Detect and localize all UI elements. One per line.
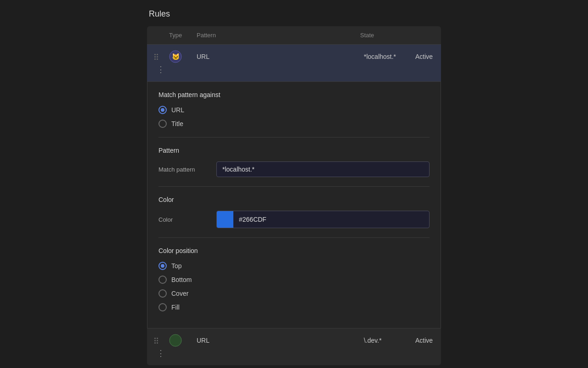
radio-fill-button[interactable] (158, 303, 167, 311)
radio-cover-button[interactable] (158, 289, 167, 298)
radio-url-button[interactable] (158, 106, 167, 114)
color-input-wrapper (216, 211, 430, 228)
color-position-radio-group: Top Bottom Cover Fill (158, 262, 430, 311)
radio-fill[interactable]: Fill (158, 303, 430, 311)
rule-state-1: Active (415, 53, 434, 60)
col-pattern: Pattern (197, 32, 360, 39)
table-row-1[interactable]: 🐱 URL *localhost.* Active ⋮ (147, 45, 441, 82)
radio-bottom-label: Bottom (171, 276, 192, 283)
col-type: Type (169, 32, 197, 39)
rules-table: Type Pattern State 🐱 (147, 26, 441, 365)
radio-cover-label: Cover (171, 290, 188, 297)
svg-point-2 (170, 334, 181, 346)
match-pattern-row: Match pattern (158, 161, 430, 177)
color-position-section: Color position Top Bottom (158, 247, 430, 311)
col-state: State (360, 32, 415, 39)
more-button-1[interactable]: ⋮ (154, 63, 167, 76)
rule-pattern-1: *localhost.* (360, 53, 415, 60)
color-section: Color Color (158, 196, 430, 228)
radio-title[interactable]: Title (158, 120, 430, 128)
color-swatch[interactable] (217, 211, 233, 228)
radio-url-dot (161, 108, 164, 112)
expanded-panel: Match pattern against URL Title (147, 82, 441, 328)
radio-url-label: URL (171, 106, 184, 114)
rule-type-1: URL (197, 53, 360, 60)
pattern-section: Pattern Match pattern (158, 147, 430, 177)
color-text-input[interactable] (233, 212, 429, 227)
radio-fill-label: Fill (171, 304, 180, 311)
radio-top-button[interactable] (158, 262, 167, 270)
radio-title-label: Title (171, 120, 183, 127)
divider-2 (158, 186, 430, 187)
more-button-2[interactable]: ⋮ (154, 347, 167, 360)
rule-state-2: Active (415, 337, 434, 344)
radio-bottom[interactable]: Bottom (158, 276, 430, 284)
color-section-title: Color (158, 196, 430, 203)
match-against-section: Match pattern against URL Title (158, 91, 430, 128)
radio-url[interactable]: URL (158, 106, 430, 114)
color-position-title: Color position (158, 247, 430, 254)
radio-bottom-button[interactable] (158, 276, 167, 284)
radio-cover[interactable]: Cover (158, 289, 430, 298)
match-pattern-input[interactable] (216, 161, 430, 177)
color-row: Color (158, 211, 430, 228)
radio-top-label: Top (171, 262, 182, 270)
match-against-radio-group: URL Title (158, 106, 430, 128)
table-row-2[interactable]: 🌿 URL \.dev.* Active ⋮ (147, 328, 441, 365)
match-against-title: Match pattern against (158, 91, 430, 98)
radio-top-dot (161, 264, 164, 268)
match-pattern-label: Match pattern (158, 166, 209, 173)
drag-handle-1[interactable] (154, 54, 169, 60)
rule-icon-2: 🌿 (169, 334, 182, 347)
pattern-section-title: Pattern (158, 147, 430, 154)
radio-top[interactable]: Top (158, 262, 430, 270)
radio-title-button[interactable] (158, 120, 167, 128)
rule-pattern-2: \.dev.* (360, 337, 415, 344)
rule-type-2: URL (197, 337, 360, 344)
table-header: Type Pattern State (147, 26, 441, 45)
drag-handle-2[interactable] (154, 338, 169, 344)
svg-text:🐱: 🐱 (172, 53, 180, 61)
divider-1 (158, 137, 430, 138)
divider-3 (158, 237, 430, 238)
rule-icon-1: 🐱 (169, 50, 182, 63)
page-title: Rules (147, 9, 441, 19)
color-label: Color (158, 216, 209, 223)
